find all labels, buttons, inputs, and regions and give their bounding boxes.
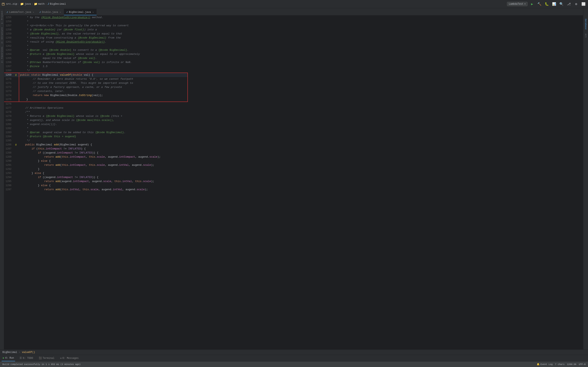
build-button[interactable]: 🔨	[536, 1, 542, 7]
code-line-1257: 1257 * <p><b>Note:</b> This is generally…	[4, 24, 188, 28]
gutter-1294	[13, 175, 19, 179]
left-sidebar: 1: Project 2: Structure 2: Favorites	[0, 8, 4, 350]
run-tab-label: 4: Run	[5, 357, 14, 359]
statusbar-left: Build completed successfully in 1 s 653 …	[2, 363, 534, 366]
tab-lambdatest[interactable]: J LambdaTest.java ✕	[4, 9, 37, 15]
code-line-1267: 1267 * @since 1.5	[4, 64, 188, 68]
gutter-1263	[13, 48, 19, 52]
gutter-1271	[13, 81, 19, 85]
sidebar-database-label[interactable]: Database	[584, 17, 588, 31]
gutter-1256	[13, 20, 19, 24]
code-1288: if ((augend.intCompact != INFLATED)) {	[19, 151, 188, 155]
run-button[interactable]: ▶	[529, 1, 535, 7]
tab-double[interactable]: J Double.java ✕	[37, 9, 64, 15]
ln-1266: 1266	[4, 60, 13, 64]
coverage-button[interactable]: 📊	[551, 1, 557, 7]
gutter-1295	[13, 179, 19, 184]
run-config-selector[interactable]: LambdaTest ▾	[507, 2, 527, 6]
code-line-1281: 1281 * augend.scale())}.	[4, 122, 188, 126]
sidebar-structure-label[interactable]: 2: Structure	[1, 26, 3, 45]
tab-bigdecimal[interactable]: J BigDecimal.java ✕	[64, 9, 97, 15]
breadcrumb: src.zip › 📁 java › 📁 math › J BigDecimal	[6, 2, 66, 6]
code-1267: * @since 1.5	[19, 64, 188, 68]
sidebar-art-label[interactable]: Art	[584, 32, 588, 39]
ln-1283: 1283	[4, 131, 13, 134]
code-1287: if (this.intCompact != INFLATED) {	[19, 147, 188, 151]
gutter-1283	[13, 131, 19, 134]
code-line-1276: 1276	[4, 102, 188, 106]
gutter-1257	[13, 24, 19, 28]
code-line-1265: 1265 * equal to the value of {@code val}…	[4, 56, 188, 60]
code-line-1261: 1261 * result of using {@link Double#toS…	[4, 40, 188, 44]
ln-1257: 1257	[4, 24, 13, 28]
sidebar-favorites-label[interactable]: 2: Favorites	[1, 45, 3, 64]
location-item[interactable]: 1269:36	[567, 363, 576, 366]
bottom-tab-messages[interactable]: ✉ 0: Messages	[59, 355, 80, 361]
ln-1293: 1293	[4, 171, 13, 175]
code-line-1291: 1291 return add(this.intCompact, this.sc…	[4, 163, 188, 167]
bottom-tab-run[interactable]: ▶ 4: Run	[2, 355, 15, 361]
breadcrumb-srczip-label: src.zip	[6, 2, 17, 6]
bottom-tab-todo[interactable]: ☰ 6: TODO	[18, 355, 34, 361]
ln-1292: 1292	[4, 167, 13, 171]
breadcrumb-sep-3: ›	[45, 3, 47, 5]
code-1280: * augend)}, and whose scale is {@code ma…	[19, 118, 188, 122]
search-button[interactable]: 🔍	[559, 1, 564, 7]
tab-double-close[interactable]: ✕	[60, 11, 61, 14]
vcs-button[interactable]: ⎇	[566, 1, 572, 7]
folder-icon: 📁	[20, 2, 24, 6]
statusbar: Build completed successfully in 1 s 653 …	[0, 361, 588, 367]
messages-tab-icon: ✉	[60, 357, 61, 360]
tab-java-icon-1: J	[7, 11, 8, 13]
code-line-1293: 1293 } else {	[4, 171, 188, 175]
ln-1265: 1265	[4, 56, 13, 60]
bottom-toolbar: ▶ 4: Run ☰ 6: TODO ⬛ Terminal ✉ 0: Messa…	[0, 355, 588, 361]
run-config-label: LambdaTest	[509, 3, 523, 6]
ln-1256: 1256	[4, 20, 13, 24]
code-1271: // to use the constant ZERO. This might …	[19, 81, 188, 85]
ln-1296: 1296	[4, 184, 13, 188]
code-editor[interactable]: 1255 * by the {@link Double#toString(dou…	[4, 16, 583, 350]
code-1264: * @return a {@code BigDecimal} whose val…	[19, 52, 188, 56]
tab-bigdecimal-close[interactable]: ✕	[92, 11, 94, 14]
debug-button[interactable]: 🐛	[544, 1, 550, 7]
breadcrumb-bigdecimal: J BigDecimal	[48, 2, 66, 6]
breadcrumb-sep-2: ›	[32, 3, 33, 5]
ln-1262: 1262	[4, 44, 13, 48]
ln-1267: 1267	[4, 64, 13, 68]
code-1257: * <p><b>Note:</b> This is generally the …	[19, 24, 188, 28]
code-1263: * @param val {@code double} to convert t…	[19, 48, 188, 52]
breadcrumb-bigdecimal-label: BigDecimal	[50, 2, 66, 6]
code-line-1288: 1288 if ((augend.intCompact != INFLATED)…	[4, 151, 188, 155]
sidebar-project-label[interactable]: 1: Project	[1, 9, 3, 26]
event-log-item[interactable]: 🔔 Event Log	[537, 363, 553, 366]
gutter-1260	[13, 36, 19, 40]
code-line-1280: 1280 * augend)}, and whose scale is {@co…	[4, 118, 188, 122]
tab-bigdecimal-label: BigDecimal.java	[69, 11, 91, 14]
code-line-1269: 1269 @ public static BigDecimal valueOf(…	[4, 73, 188, 77]
gutter-1267	[13, 64, 19, 68]
code-line-1277: 1277 // Arithmetic Operations	[4, 106, 188, 110]
ln-1273: 1273	[4, 89, 13, 93]
maximize-button[interactable]: ⬜	[581, 1, 586, 7]
code-1297: return add(this.intVal, this.scale, auge…	[19, 188, 188, 192]
right-sidebar: Database Art	[583, 8, 588, 350]
gutter-1268	[13, 68, 19, 73]
code-line-1263: 1263 * @param val {@code double} to conv…	[4, 48, 188, 52]
code-1294: if ((augend.intCompact != INFLATED)) {	[19, 175, 188, 179]
gutter-1281	[13, 122, 19, 126]
encoding-item[interactable]: UTF-8	[579, 363, 586, 366]
ln-1268: 1268	[4, 68, 13, 73]
bottom-tab-terminal[interactable]: ⬛ Terminal	[38, 355, 56, 361]
code-1292: }	[19, 167, 188, 171]
code-line-1282: 1282 *	[4, 126, 188, 131]
code-line-1286: 1286 @ public BigDecimal add(BigDecimal …	[4, 143, 188, 147]
tab-lambdatest-close[interactable]: ✕	[33, 11, 35, 14]
ln-1285: 1285	[4, 139, 13, 143]
settings-button[interactable]: ⚙	[573, 1, 579, 7]
code-line-1264: 1264 * @return a {@code BigDecimal} whos…	[4, 52, 188, 56]
code-line-1271: 1271 // to use the constant ZERO. This m…	[4, 81, 188, 85]
tabs-bar: J LambdaTest.java ✕ J Double.java ✕ J Bi…	[4, 8, 583, 16]
code-1256: *	[19, 20, 188, 24]
tab-java-icon-2: J	[39, 11, 41, 13]
